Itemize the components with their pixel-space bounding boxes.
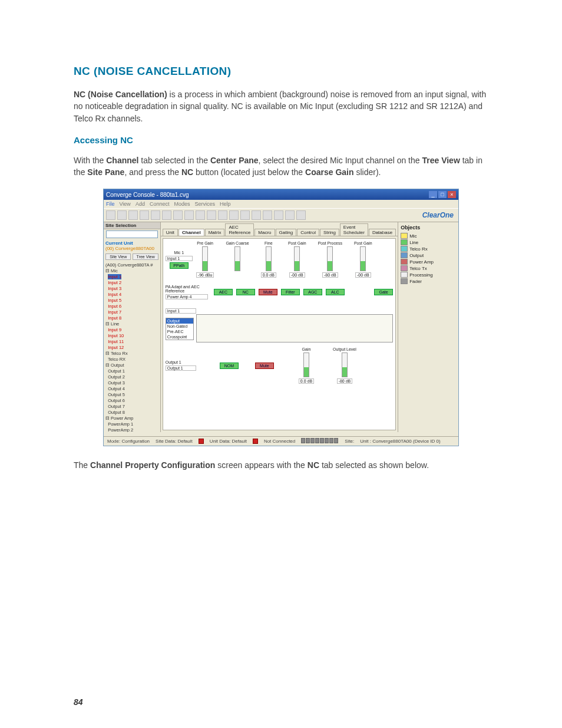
alc-button[interactable]: ALC xyxy=(326,289,345,295)
tree-group-line[interactable]: Line xyxy=(111,321,119,327)
object-item[interactable]: Telco Tx xyxy=(409,266,427,271)
object-item[interactable]: Processing xyxy=(409,272,433,278)
tab-gating[interactable]: Gating xyxy=(276,229,297,236)
tree-item[interactable]: Output 7 xyxy=(108,404,125,409)
nc-button[interactable]: NC xyxy=(236,289,255,295)
tree-view-tab[interactable]: Tree View xyxy=(133,253,158,260)
tree-group-mic[interactable]: Mic xyxy=(111,268,118,274)
agc-button[interactable]: AGC xyxy=(303,289,322,295)
tree-item[interactable]: PowerAmp 1 xyxy=(108,421,133,427)
site-view-tab[interactable]: Site View xyxy=(105,253,131,260)
tab-database[interactable]: Database xyxy=(369,229,396,236)
menu-view[interactable]: View xyxy=(120,201,131,207)
tree-item[interactable]: Output 5 xyxy=(108,392,125,397)
matrix-grid[interactable] xyxy=(196,314,393,342)
coarse-slider[interactable] xyxy=(234,246,240,271)
tree-item[interactable]: Input 8 xyxy=(108,315,121,321)
minimize-button[interactable]: _ xyxy=(429,191,437,198)
tool-icon[interactable] xyxy=(128,210,138,220)
menu-help[interactable]: Help xyxy=(220,201,231,207)
tool-icon[interactable] xyxy=(196,210,205,220)
tab-matrix[interactable]: Matrix xyxy=(205,229,225,236)
tool-icon[interactable] xyxy=(263,210,272,220)
gain-slider[interactable] xyxy=(303,353,309,377)
tool-icon[interactable] xyxy=(229,210,239,220)
menu-services[interactable]: Services xyxy=(194,201,215,207)
tool-icon[interactable] xyxy=(151,210,160,220)
maximize-button[interactable]: □ xyxy=(438,191,447,198)
tool-icon[interactable] xyxy=(252,210,261,220)
gain-value[interactable]: 0.0 dB xyxy=(299,378,314,384)
mute-button[interactable]: Mute xyxy=(259,289,277,295)
tree-root[interactable]: (A00) Converge880TA # xyxy=(105,262,158,268)
menu-connect[interactable]: Connect xyxy=(150,201,170,207)
tree-item[interactable]: Output 2 xyxy=(108,374,125,380)
tree-item[interactable]: Input 4 xyxy=(108,292,121,297)
tree-item[interactable]: Output 8 xyxy=(108,410,125,415)
output-field[interactable]: Output 1 xyxy=(166,365,196,371)
tool-icon[interactable] xyxy=(285,210,295,220)
tree-item[interactable]: Output 4 xyxy=(108,386,125,391)
tab-aec[interactable]: AEC Reference xyxy=(225,223,254,236)
nom-button[interactable]: NOM xyxy=(220,363,239,369)
tree-item[interactable]: Input 12 xyxy=(108,345,124,350)
tool-icon[interactable] xyxy=(218,210,227,220)
object-item[interactable]: Fader xyxy=(409,279,422,284)
ppath-button[interactable]: PPath xyxy=(170,262,189,269)
tab-control[interactable]: Control xyxy=(297,229,319,236)
menu-file[interactable]: File xyxy=(106,201,115,207)
menu-modes[interactable]: Modes xyxy=(174,201,190,207)
output-mute-button[interactable]: Mute xyxy=(255,363,274,369)
tree-item[interactable]: Input 3 xyxy=(108,286,121,291)
filter-button[interactable]: Filter xyxy=(281,289,300,295)
tab-channel[interactable]: Channel xyxy=(178,229,204,236)
close-button[interactable]: × xyxy=(448,191,456,198)
tree-item[interactable]: Input 11 xyxy=(108,339,124,344)
tool-icon[interactable] xyxy=(207,210,216,220)
aec-button[interactable]: AEC xyxy=(214,289,233,295)
menu-add[interactable]: Add xyxy=(135,201,145,207)
fine-value[interactable]: 0.0 dB xyxy=(261,272,276,278)
tree-item[interactable]: Output 1 xyxy=(108,368,125,374)
tool-icon[interactable] xyxy=(274,210,283,220)
tool-icon[interactable] xyxy=(106,210,115,220)
tree-item[interactable]: Input 9 xyxy=(108,327,121,332)
gate-button[interactable]: Gate xyxy=(374,289,393,295)
tool-icon[interactable] xyxy=(162,210,171,220)
object-item[interactable]: Mic xyxy=(409,233,416,239)
tree-item[interactable]: Input 5 xyxy=(108,298,121,303)
tree-item[interactable]: Input 1 xyxy=(108,274,121,279)
tab-unit[interactable]: Unit xyxy=(163,229,178,236)
signal-type-list[interactable]: Output Non-Gated Pre-AEC Crosspoint xyxy=(166,318,194,340)
tool-icon[interactable] xyxy=(296,210,306,220)
tree-item[interactable]: Output 6 xyxy=(108,398,125,403)
tree-group-poweramp[interactable]: Power Amp xyxy=(111,416,133,421)
object-item[interactable]: Output xyxy=(409,253,424,258)
tree-item[interactable]: Input 10 xyxy=(108,333,124,338)
mic-input-field[interactable]: Input 1 xyxy=(166,256,193,261)
tree-item[interactable]: Input 7 xyxy=(108,309,121,315)
tree-item[interactable]: PowerAmp 2 xyxy=(108,427,133,432)
tree-item[interactable]: Output 3 xyxy=(108,380,125,386)
tree-item[interactable]: Input 2 xyxy=(108,280,121,285)
list-item[interactable]: Output xyxy=(166,318,193,324)
tool-icon[interactable] xyxy=(184,210,194,220)
input-select[interactable]: Input 1 xyxy=(166,308,196,314)
fine-slider[interactable] xyxy=(266,246,272,271)
object-item[interactable]: Power Amp xyxy=(409,259,434,265)
tree-item[interactable]: Telco RX xyxy=(108,357,125,362)
paref-select[interactable]: Power Amp 4 xyxy=(166,294,208,299)
object-item[interactable]: Telco Rx xyxy=(409,246,428,252)
tool-icon[interactable] xyxy=(140,210,149,220)
tab-event[interactable]: Event Scheduler xyxy=(340,223,368,236)
list-item[interactable]: Pre-AEC xyxy=(166,329,193,334)
tool-icon[interactable] xyxy=(240,210,250,220)
tool-icon[interactable] xyxy=(173,210,183,220)
tree-group-telcorx[interactable]: Telco Rx xyxy=(111,351,128,356)
list-item[interactable]: Crosspoint xyxy=(166,334,193,340)
site-dropdown[interactable] xyxy=(106,230,158,238)
tab-macro[interactable]: Macro xyxy=(254,229,275,236)
object-item[interactable]: Line xyxy=(409,240,418,245)
tool-icon[interactable] xyxy=(117,210,127,220)
tree-group-output[interactable]: Output xyxy=(111,363,124,368)
